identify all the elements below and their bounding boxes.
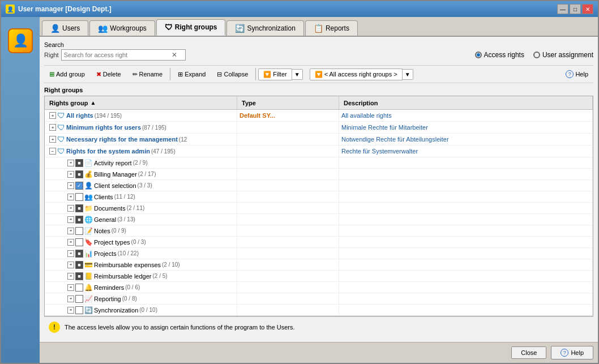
toolbar-separator-1 [170, 68, 170, 80]
tab-workgroups[interactable]: 👥 Workgroups [89, 20, 155, 36]
checkbox[interactable] [75, 284, 83, 292]
close-button[interactable]: Close [511, 346, 546, 359]
sync-tab-icon: 🔄 [235, 24, 245, 33]
add-group-button[interactable]: ⊞ Add group [44, 68, 90, 80]
expand-row-btn[interactable]: + [67, 273, 74, 280]
expand-row-btn[interactable]: − [49, 148, 56, 155]
row-type: Default SY... [239, 112, 275, 119]
filter-button[interactable]: 🔽 Filter [258, 68, 292, 80]
bottom-help-button[interactable]: ? Help [551, 346, 593, 359]
row-type-cell [237, 293, 339, 304]
expand-row-btn[interactable]: + [67, 171, 74, 178]
checkbox[interactable]: ■ [75, 170, 83, 178]
table-row[interactable]: + ■ 💰 Billing Manager (2 / 17) [45, 169, 593, 180]
checkbox[interactable] [75, 227, 83, 235]
expand-row-btn[interactable]: + [67, 296, 74, 302]
row-icon: 👤 [84, 182, 93, 190]
checkbox[interactable] [75, 193, 83, 201]
collapse-button[interactable]: ⊟ Collapse [212, 68, 253, 80]
tab-synchronization[interactable]: 🔄 Synchronization [226, 20, 303, 36]
table-row[interactable]: + 📝 Notes (0 / 9) [45, 225, 593, 237]
delete-icon: ✖ [96, 71, 101, 78]
tab-users[interactable]: 👤 Users [42, 20, 88, 36]
expand-row-btn[interactable]: + [49, 136, 56, 143]
tab-right-groups[interactable]: 🛡 Right groups [156, 19, 226, 36]
table-row[interactable]: + 🔖 Project types (0 / 3) [45, 237, 593, 248]
expand-row-btn[interactable]: + [67, 284, 74, 291]
radio-access-rights[interactable]: Access rights [475, 51, 524, 59]
table-row[interactable]: + 🔔 Reminders (0 / 6) [45, 282, 593, 293]
search-clear-icon[interactable]: ✕ [172, 51, 177, 59]
group-filter-button[interactable]: 🔽 < All access right groups > [310, 68, 403, 80]
table-row[interactable]: + 🛡 Minimum rights for users (87 / 195) … [45, 122, 593, 134]
radio-user-assignment[interactable]: User assignment [533, 51, 593, 59]
expand-row-btn[interactable]: + [49, 124, 56, 131]
table-row[interactable]: + 👥 Clients (11 / 12) [45, 191, 593, 203]
checkbox[interactable]: ■ [75, 250, 83, 258]
table-row[interactable]: + 🔄 Synchronization (0 / 10) [45, 305, 593, 316]
toolbar-separator-2 [255, 68, 256, 80]
expand-row-btn[interactable]: + [67, 262, 74, 268]
rename-button[interactable]: ✏ Rename [127, 68, 168, 80]
expand-row-btn[interactable]: + [67, 216, 74, 223]
expand-row-btn[interactable]: + [67, 239, 74, 246]
checkbox[interactable]: ✓ [75, 182, 83, 190]
table-row[interactable]: + ■ 💳 Reimbursable expenses (2 / 10) [45, 259, 593, 271]
tab-bar: 👤 Users 👥 Workgroups 🛡 Right groups 🔄 Sy… [40, 17, 598, 37]
table-row[interactable]: + ✓ 👤 Client selection (3 / 3) [45, 180, 593, 191]
filter-dropdown-button[interactable]: ▼ [292, 69, 303, 80]
table-header: Rights group ▲ Type Description [45, 96, 593, 110]
expand-row-btn[interactable]: + [67, 160, 74, 166]
expand-row-btn[interactable]: + [67, 182, 74, 189]
expand-button[interactable]: ⊞ Expand [173, 68, 211, 80]
row-count: (3 / 13) [117, 216, 135, 222]
checkbox[interactable] [75, 238, 83, 246]
row-count: (0 / 3) [131, 239, 146, 245]
checkbox[interactable]: ■ [75, 204, 83, 212]
checkbox[interactable] [75, 295, 83, 303]
checkbox[interactable]: ■ [75, 216, 83, 224]
row-name-cell: + 👥 Clients (11 / 12) [45, 191, 237, 202]
search-row: Right ✕ Access rights [44, 49, 593, 61]
checkbox[interactable]: ■ [75, 261, 83, 269]
table-row[interactable]: + 🛡 Necessary rights for the management … [45, 134, 593, 145]
row-type-cell [237, 305, 339, 315]
row-icon: 📝 [84, 227, 93, 235]
add-group-icon: ⊞ [49, 71, 54, 78]
table-row[interactable]: + ■ 📊 Projects (10 / 22) [45, 248, 593, 259]
minimize-button[interactable]: — [557, 4, 568, 14]
expand-row-btn[interactable]: + [67, 228, 74, 234]
checkbox[interactable]: ■ [75, 272, 83, 280]
table-row[interactable]: − 🛡 Rights for the system admin (47 / 19… [45, 145, 593, 157]
tab-reports[interactable]: 📋 Reports [305, 20, 358, 36]
close-window-button[interactable]: ✕ [582, 4, 593, 14]
radio-user-assignment-btn[interactable] [533, 52, 540, 58]
collapse-icon: ⊟ [217, 71, 222, 78]
table-row[interactable]: + 🛡 All rights (194 / 195) Default SY... [45, 110, 593, 122]
expand-row-btn[interactable]: + [67, 194, 74, 200]
expand-row-btn[interactable]: + [67, 307, 74, 314]
delete-button[interactable]: ✖ Delete [91, 68, 126, 80]
radio-access-rights-btn[interactable] [475, 52, 482, 58]
help-button[interactable]: ? Help [561, 68, 593, 80]
checkbox[interactable] [75, 306, 83, 314]
expand-row-btn[interactable]: + [67, 205, 74, 212]
table-row[interactable]: + 📈 Reporting (0 / 8) [45, 293, 593, 305]
row-desc-cell [339, 180, 593, 191]
table-row[interactable]: + ■ 📁 Documents (2 / 11) [45, 203, 593, 214]
row-name-cell: − 🛡 Rights for the system admin (47 / 19… [45, 145, 237, 157]
maximize-button[interactable]: □ [570, 4, 581, 14]
sort-arrow-icon: ▲ [90, 100, 96, 106]
row-icon: 💰 [84, 170, 93, 178]
table-row[interactable]: + ■ 📄 Activity report (2 / 9) [45, 157, 593, 169]
table-row[interactable]: + ■ 🌐 General (3 / 13) [45, 214, 593, 225]
table-row[interactable]: + ■ 📒 Reimbursable ledger (2 / 5) [45, 271, 593, 282]
expand-row-btn[interactable]: + [49, 112, 56, 119]
row-label: Necessary rights for the management [66, 136, 178, 143]
group-filter-dropdown-button[interactable]: ▼ [403, 69, 413, 80]
row-desc-cell [339, 191, 593, 202]
expand-row-btn[interactable]: + [67, 250, 74, 257]
row-label: Activity report [94, 160, 132, 166]
search-input[interactable] [64, 52, 172, 58]
checkbox[interactable]: ■ [75, 159, 83, 167]
